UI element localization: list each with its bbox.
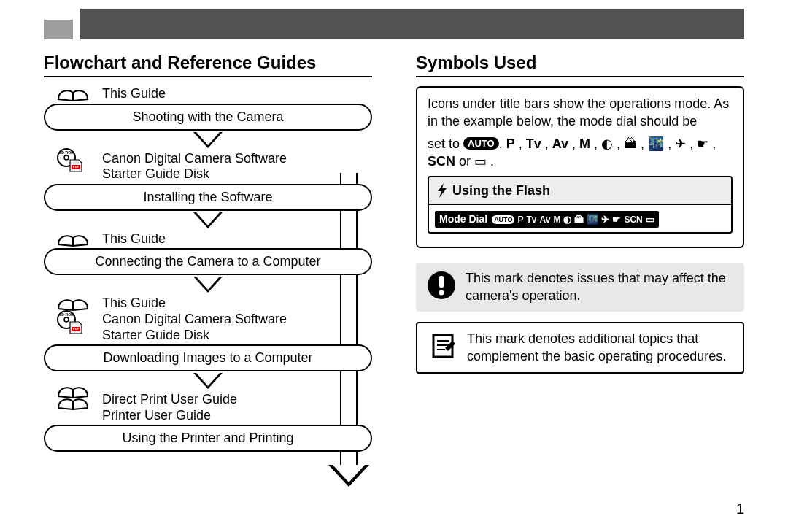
warning-note: This mark denotes issues that may affect… (416, 263, 744, 312)
step-action: Installing the Software (44, 184, 372, 211)
mode-m: M (579, 136, 590, 151)
mode-av: Av (552, 136, 568, 151)
step-action: Using the Printer and Printing (44, 425, 372, 452)
mode-av: Av (540, 214, 551, 225)
memo-icon (428, 331, 458, 361)
step-ref: Direct Print User Guide (102, 392, 237, 406)
flowchart-heading: Flowchart and Reference Guides (44, 53, 372, 77)
header-main-bar (80, 9, 744, 39)
svg-text:CD-ROM: CD-ROM (59, 150, 74, 155)
mode-auto-badge: AUTO (463, 137, 499, 150)
svg-text:PDF: PDF (73, 327, 80, 331)
flowchart-step: CD-ROM PDF This Guide Canon Digital Came… (44, 296, 372, 371)
flowchart-step: This Guide Shooting with the Camera (44, 86, 372, 131)
mode-landscape-icon: 🏔 (574, 213, 584, 226)
symbols-intro-box: Icons under title bars show the operatio… (416, 86, 744, 248)
mode-night-icon: 🌃 (587, 213, 598, 226)
cdrom-pdf-icon: CD-ROM PDF (54, 310, 86, 335)
example-panel: Using the Flash Mode Dial AUTO P Tv Av M (428, 176, 733, 234)
book-icon (57, 83, 89, 102)
book-stack-icon (57, 385, 89, 414)
mode-m: M (553, 214, 560, 225)
mode-slow-shutter-icon: ☛ (612, 213, 621, 226)
header-bar (44, 9, 744, 39)
memo-note: This mark denotes additional topics that… (416, 322, 744, 374)
mode-dial-row: Mode Dial AUTO P Tv Av M ◐ 🏔 🌃 ✈ (435, 211, 659, 228)
mode-portrait-icon: ◐ (563, 213, 571, 226)
header-accent-block (44, 20, 73, 39)
mode-fast-shutter-icon: ✈ (601, 213, 609, 226)
svg-point-6 (64, 317, 69, 322)
arrow-down-icon (193, 132, 223, 148)
step-ref: Canon Digital Camera Software (102, 312, 287, 326)
flowchart-step: CD-ROM PDF Canon Digital Camera Software… (44, 151, 372, 211)
svg-point-1 (64, 155, 69, 160)
arrow-down-icon (193, 212, 223, 228)
mode-p: P (517, 214, 523, 225)
step-action: Shooting with the Camera (44, 104, 372, 131)
flowchart-step: This Guide Connecting the Camera to a Co… (44, 231, 372, 276)
mode-tv: Tv (526, 214, 536, 225)
flowchart-step: Direct Print User Guide Printer User Gui… (44, 392, 372, 452)
step-action: Downloading Images to a Computer (44, 344, 372, 371)
step-ref: Canon Digital Camera Software (102, 151, 287, 166)
mode-night-icon: 🌃 (648, 136, 664, 151)
arrow-down-icon (193, 277, 223, 293)
book-icon (57, 228, 89, 247)
step-ref: This Guide (102, 296, 166, 310)
page-number: 1 (736, 501, 744, 517)
mode-dial-label: Mode Dial (439, 212, 487, 226)
mode-stitch-icon: ▭ (646, 213, 654, 226)
mode-slow-shutter-icon: ☛ (697, 136, 708, 151)
mode-tv: Tv (526, 136, 541, 151)
memo-text: This mark denotes additional topics that… (467, 331, 733, 365)
intro-text: Icons under title bars show the operatio… (428, 96, 711, 111)
svg-text:PDF: PDF (73, 165, 80, 169)
mode-p: P (506, 136, 515, 151)
mode-scn: SCN (428, 154, 455, 169)
mode-stitch-icon: ▭ (474, 154, 487, 169)
mode-auto-badge: AUTO (492, 215, 514, 224)
warning-text: This mark denotes issues that may affect… (466, 270, 734, 304)
mode-portrait-icon: ◐ (601, 136, 613, 151)
step-ref: This Guide (102, 86, 166, 101)
step-ref: This Guide (102, 231, 166, 246)
svg-point-12 (439, 290, 444, 296)
arrow-down-icon (193, 373, 223, 389)
step-ref: Printer User Guide (102, 408, 211, 423)
svg-rect-11 (439, 276, 444, 288)
mode-list: set to AUTO, P , Tv , Av , M , ◐ , 🏔 , 🌃… (428, 135, 733, 171)
example-title: Using the Flash (452, 182, 550, 199)
mode-fast-shutter-icon: ✈ (675, 136, 686, 151)
warning-icon (426, 270, 457, 301)
step-ref: Starter Guide Disk (102, 328, 209, 342)
step-ref: Starter Guide Disk (102, 166, 209, 181)
flash-icon (436, 183, 448, 198)
book-icon (57, 293, 89, 312)
symbols-heading: Symbols Used (416, 53, 744, 77)
mode-scn: SCN (624, 214, 642, 225)
cdrom-pdf-icon: CD-ROM PDF (54, 148, 86, 173)
step-action: Connecting the Camera to a Computer (44, 248, 372, 275)
mode-landscape-icon: 🏔 (624, 136, 637, 151)
svg-text:CD-ROM: CD-ROM (59, 312, 74, 317)
